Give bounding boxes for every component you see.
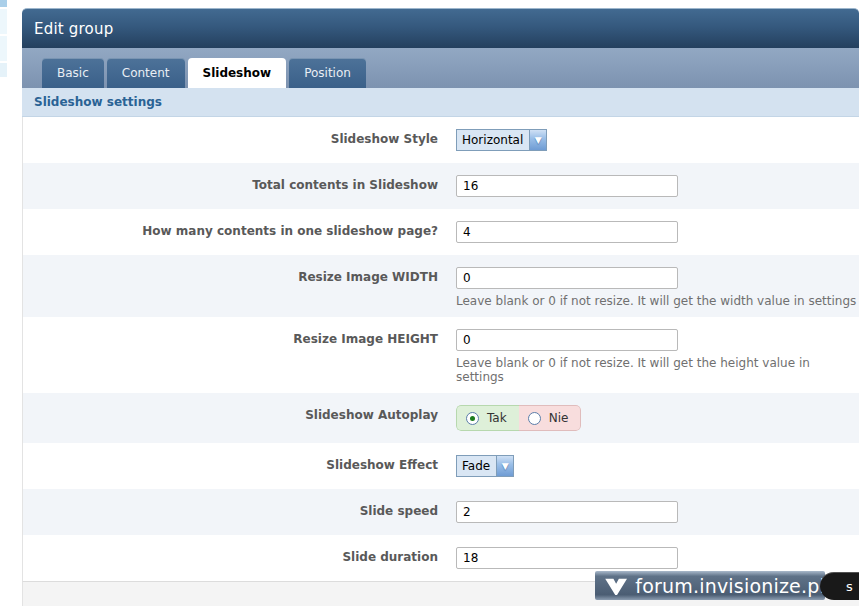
section-header: Slideshow settings bbox=[22, 88, 859, 117]
resize-width-input[interactable] bbox=[456, 267, 678, 289]
dialog-title: Edit group bbox=[34, 20, 113, 38]
background-page-strip bbox=[0, 0, 7, 79]
chevron-down-icon[interactable]: ▼ bbox=[496, 456, 513, 476]
field-label: Total contents in Slideshow bbox=[23, 163, 438, 209]
slide-speed-input[interactable] bbox=[456, 501, 678, 523]
slideshow-style-select[interactable]: Horizontal ▼ bbox=[456, 129, 547, 151]
form-row-total-contents: Total contents in Slideshow bbox=[23, 163, 859, 209]
tab-position[interactable]: Position bbox=[289, 58, 366, 88]
form-row-effect: Slideshow Effect Fade ▼ bbox=[23, 443, 859, 489]
radio-unselected-icon[interactable] bbox=[528, 412, 541, 425]
tab-slideshow[interactable]: Slideshow bbox=[188, 58, 287, 88]
background-row bbox=[0, 9, 7, 36]
field-label: Slide duration bbox=[23, 535, 438, 581]
radio-option-label: Tak bbox=[487, 411, 507, 425]
background-row bbox=[0, 36, 7, 63]
autoplay-option-no[interactable]: Nie bbox=[519, 405, 582, 431]
watermark-bar: forum.invisionize.pl bbox=[595, 571, 825, 600]
tab-basic[interactable]: Basic bbox=[42, 58, 104, 88]
field-label: Slideshow Autoplay bbox=[23, 393, 438, 443]
field-help-text: Leave blank or 0 if not resize. It will … bbox=[456, 294, 856, 308]
section-title: Slideshow settings bbox=[34, 95, 162, 109]
save-button[interactable]: s bbox=[820, 572, 859, 600]
autoplay-option-yes[interactable]: Tak bbox=[456, 405, 519, 431]
form-row-resize-height: Resize Image HEIGHT Leave blank or 0 if … bbox=[23, 317, 859, 393]
form-row-autoplay: Slideshow Autoplay Tak Nie bbox=[23, 393, 859, 443]
tab-strip: Basic Content Slideshow Position bbox=[22, 48, 859, 88]
tab-content[interactable]: Content bbox=[107, 58, 185, 88]
selected-value: Horizontal bbox=[457, 130, 529, 150]
chevron-down-icon[interactable]: ▼ bbox=[529, 130, 546, 150]
slide-duration-input[interactable] bbox=[456, 547, 678, 569]
field-label: Slideshow Style bbox=[23, 117, 438, 163]
radio-selected-icon[interactable] bbox=[466, 412, 479, 425]
resize-height-input[interactable] bbox=[456, 329, 678, 351]
field-label: Resize Image WIDTH bbox=[23, 255, 438, 317]
radio-option-label: Nie bbox=[549, 411, 569, 425]
watermark-text: forum.invisionize.pl bbox=[635, 575, 825, 597]
save-button-label: s bbox=[846, 579, 853, 594]
dialog-titlebar: Edit group bbox=[22, 8, 859, 48]
field-label: Resize Image HEIGHT bbox=[23, 317, 438, 393]
form-row-slide-speed: Slide speed bbox=[23, 489, 859, 535]
form-row-slideshow-style: Slideshow Style Horizontal ▼ bbox=[23, 117, 859, 163]
form-row-contents-per-page: How many contents in one slideshow page? bbox=[23, 209, 859, 255]
field-label: How many contents in one slideshow page? bbox=[23, 209, 438, 255]
field-label: Slide speed bbox=[23, 489, 438, 535]
contents-per-page-input[interactable] bbox=[456, 221, 678, 243]
field-help-text: Leave blank or 0 if not resize. It will … bbox=[456, 356, 859, 384]
field-label: Slideshow Effect bbox=[23, 443, 438, 489]
autoplay-radio-group: Tak Nie bbox=[456, 405, 581, 431]
edit-group-dialog: Edit group Basic Content Slideshow Posit… bbox=[22, 8, 859, 606]
background-row bbox=[0, 0, 7, 9]
total-contents-input[interactable] bbox=[456, 175, 678, 197]
background-row bbox=[0, 63, 7, 79]
slideshow-effect-select[interactable]: Fade ▼ bbox=[456, 455, 514, 477]
form-row-resize-width: Resize Image WIDTH Leave blank or 0 if n… bbox=[23, 255, 859, 317]
invisionize-logo-icon bbox=[605, 576, 627, 596]
selected-value: Fade bbox=[457, 456, 496, 476]
slideshow-settings-form: Slideshow Style Horizontal ▼ Total conte… bbox=[22, 117, 859, 581]
